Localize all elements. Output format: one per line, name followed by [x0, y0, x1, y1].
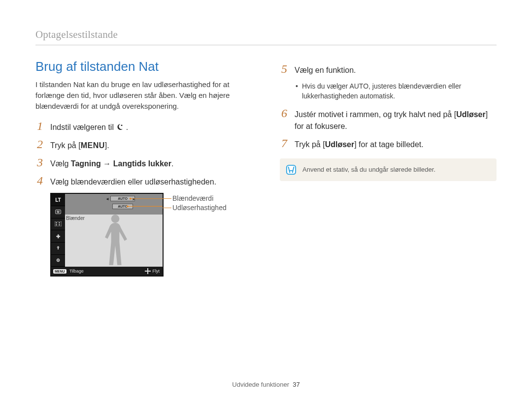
lcd-back-label: Tilbage	[69, 269, 84, 274]
lcd-sidebar-item	[51, 243, 65, 255]
step-text: Tryk på [Udløser] for at tage billedet.	[295, 137, 424, 151]
callout-aperture: Blændeværdi	[172, 194, 227, 203]
night-mode-icon	[116, 123, 124, 131]
person-silhouette-icon	[98, 213, 133, 269]
lcd-move-label: Flyt	[153, 269, 160, 274]
step-number: 2	[35, 138, 44, 151]
bullet-icon: •	[296, 81, 298, 101]
arrow-left-icon: ◄	[105, 197, 109, 201]
svg-rect-3	[59, 222, 60, 223]
step-6: 6 Justér motivet i rammen, og tryk halvt…	[280, 107, 497, 132]
lcd-callouts: Blændeværdi Udløserhastighed	[172, 193, 227, 213]
camera-lcd: LT M ✚ ⚙	[50, 193, 164, 277]
step-text: Vælg en funktion.	[295, 63, 356, 76]
shutter-auto-badge: AUTO	[112, 204, 133, 209]
svg-rect-5	[59, 224, 60, 225]
step-5: 5 Vælg en funktion.	[280, 63, 497, 76]
step-7: 7 Tryk på [Udløser] for at tage billedet…	[280, 137, 497, 151]
svg-rect-13	[287, 165, 296, 174]
manual-page: Optagelsestilstande Brug af tilstanden N…	[0, 0, 532, 401]
right-column: 5 Vælg en funktion. • Hvis du vælger AUT…	[280, 59, 497, 277]
step-number: 3	[35, 156, 44, 169]
lcd-sidebar-item: M	[51, 206, 65, 218]
svg-rect-8	[145, 271, 151, 272]
lcd-menu-button: MENU	[53, 269, 66, 274]
lcd-bottombar: MENU Tilbage Flyt	[51, 267, 163, 276]
menu-key: MENU	[81, 141, 105, 150]
step-number: 5	[280, 63, 289, 75]
lcd-sidebar-item: ✚	[51, 230, 65, 243]
step-number: 6	[280, 107, 289, 120]
step-2: 2 Tryk på [MENU].	[35, 138, 252, 152]
lcd-aperture-label: Blænder	[66, 216, 85, 221]
info-note-icon	[286, 164, 297, 175]
step-3: 3 Vælg Tagning → Langtids lukker.	[35, 156, 252, 170]
lcd-sidebar-item	[51, 218, 65, 231]
step-5-bullet: • Hvis du vælger AUTO, justeres blændevæ…	[296, 81, 497, 101]
tip-box: Anvend et stativ, så du undgår slørede b…	[280, 158, 497, 181]
step-number: 4	[35, 175, 44, 187]
step-number: 1	[35, 120, 44, 132]
step-text: Tryk på [MENU].	[50, 138, 109, 152]
lcd-sidebar-item: ⚙	[51, 255, 65, 267]
svg-rect-4	[56, 224, 57, 225]
step-text: Vælg blændeværdien eller udløserhastighe…	[50, 175, 216, 188]
aperture-auto-badge: AUTO	[110, 196, 135, 201]
nav-pad-icon	[145, 268, 151, 274]
step-text: Vælg Tagning → Langtids lukker.	[50, 156, 173, 170]
svg-rect-2	[56, 222, 57, 223]
left-column: Brug af tilstanden Nat I tilstanden Nat …	[35, 59, 252, 277]
lcd-lt-badge: LT	[51, 194, 65, 206]
page-footer: Udvidede funktioner 37	[0, 381, 532, 388]
page-title: Brug af tilstanden Nat	[35, 59, 252, 74]
lcd-sidebar: LT M ✚ ⚙	[51, 194, 65, 267]
page-number: 37	[293, 381, 299, 388]
breadcrumb: Optagelsestilstande	[35, 29, 497, 45]
tip-text: Anvend et stativ, så du undgår slørede b…	[302, 164, 435, 174]
step-text: Indstil vælgeren til .	[50, 120, 128, 133]
intro-paragraph: I tilstanden Nat kan du bruge en lav udl…	[35, 79, 252, 111]
step-number: 7	[280, 137, 289, 150]
step-4: 4 Vælg blændeværdien eller udløserhastig…	[35, 175, 252, 188]
lcd-illustration: LT M ✚ ⚙	[50, 193, 252, 277]
step-text: Justér motivet i rammen, og tryk halvt n…	[295, 107, 497, 132]
svg-point-6	[111, 215, 120, 223]
footer-section-label: Udvidede funktioner	[232, 381, 289, 388]
svg-marker-0	[121, 124, 123, 126]
svg-rect-1	[55, 221, 62, 226]
step-1: 1 Indstil vælgeren til .	[35, 120, 252, 133]
callout-shutter: Udløserhastighed	[172, 203, 227, 213]
content-columns: Brug af tilstanden Nat I tilstanden Nat …	[35, 59, 497, 277]
arrow-right-icon: ►	[132, 197, 136, 201]
